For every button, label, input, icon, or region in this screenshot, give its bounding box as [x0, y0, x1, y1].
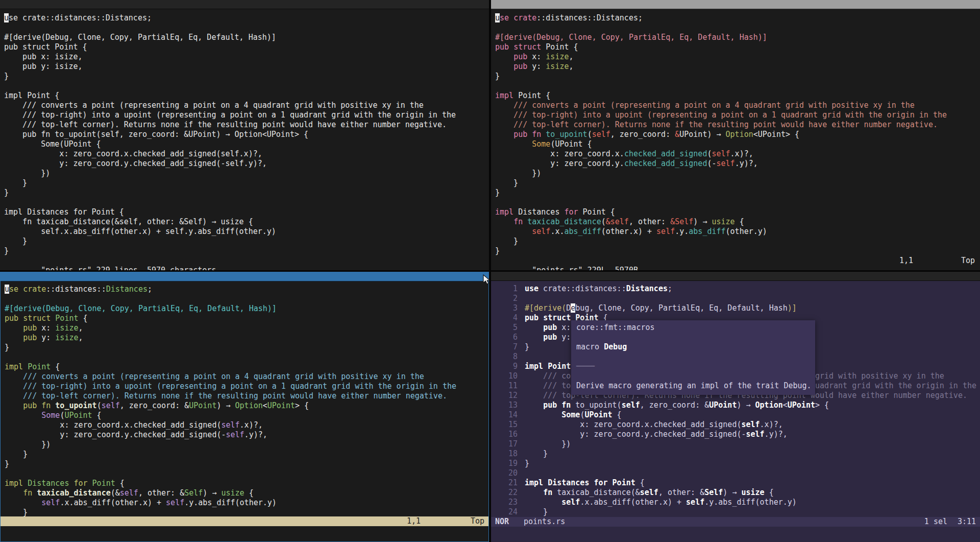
code-line: self.x.abs_diff(other.x) + self.y.abs_di… — [495, 227, 980, 237]
helix-code-area[interactable]: 1use crate::distances::Distances;2 3#[de… — [495, 284, 980, 517]
code-token: usize — [221, 488, 244, 498]
line-number: 3 — [495, 303, 518, 313]
code-line: #[derive(Debug, Clone, Copy, PartialEq, … — [4, 33, 489, 42]
code-line: 19} — [495, 459, 980, 468]
code-token: ; — [668, 284, 672, 293]
vi-file-message: "points.rs" 229 lines, 5970 characters — [41, 266, 216, 270]
code-token: impl — [5, 479, 23, 488]
code-token: pub — [525, 313, 538, 322]
code-token: x: — [527, 52, 546, 61]
pane-helix-terminal[interactable]: 1use crate::distances::Distances;2 3#[de… — [491, 281, 980, 542]
line-number: 18 — [495, 449, 518, 459]
code-token: self — [226, 430, 244, 439]
pane-nvim-terminal[interactable]: use crate::distances::Distances; #[deriv… — [1, 281, 488, 541]
line-number: 16 — [495, 430, 518, 439]
code-token: #[derive(Debug, Clone, Copy, PartialEq, … — [4, 33, 276, 42]
code-token: ( — [587, 130, 592, 139]
code-token: UPoint — [788, 400, 815, 410]
pane-nvim-titlebar[interactable]: ~/dev/advent_of_code_2023/aoc_libs/src> … — [1, 272, 488, 281]
code-token: pub — [23, 333, 37, 342]
code-token: macro — [576, 342, 604, 351]
code-token: self — [712, 149, 730, 158]
code-token: Some — [41, 411, 60, 420]
code-token: ) → — [216, 401, 235, 410]
cursor-block: u — [495, 13, 500, 22]
code-token: use — [525, 284, 538, 293]
code-line — [495, 81, 980, 91]
code-line — [4, 81, 489, 91]
code-token — [525, 488, 543, 497]
code-line: Derive macro generating an impl of the t… — [576, 381, 815, 391]
code-token: for — [74, 479, 87, 488]
pane-vim-titlebar[interactable]: ~/dev/advent_of_code_2023/aoc_libs/src> … — [491, 0, 980, 9]
pane-vi[interactable]: ~/dev/advent_of_code_2023/aoc_libs/src> … — [0, 0, 489, 270]
code-token: /// top-left corner). Returns none if th… — [495, 120, 938, 129]
pane-vim-terminal[interactable]: use crate::distances::Distances; #[deriv… — [491, 9, 980, 270]
code-token: impl Point { — [4, 91, 59, 100]
code-token: self — [686, 498, 704, 507]
code-token: self — [102, 401, 120, 410]
code-token: isize — [55, 323, 78, 333]
vim-code-area[interactable]: use crate::distances::Distances; #[deriv… — [495, 13, 980, 256]
code-token — [495, 139, 532, 149]
code-token: .x)?, — [730, 149, 753, 158]
code-token: fn — [561, 400, 571, 410]
code-token: for — [564, 207, 578, 217]
code-token: , — [569, 62, 574, 71]
code-token: , other: & — [658, 488, 704, 497]
code-token: } — [525, 507, 548, 516]
pane-vi-terminal[interactable]: use crate::distances::Distances; #[deriv… — [0, 9, 489, 270]
code-token: pub — [543, 323, 557, 332]
line-number: 14 — [495, 410, 518, 420]
code-line — [576, 352, 815, 362]
code-token — [23, 479, 28, 488]
code-token: }) — [4, 169, 50, 178]
code-token: usize — [712, 217, 734, 226]
code-token: impl — [5, 362, 23, 371]
code-token: }) — [495, 169, 541, 178]
code-token — [4, 198, 9, 207]
code-token: { — [635, 478, 645, 487]
pane-helix-titlebar[interactable]: ~/dev/advent_of_code_2023/aoc_libs/src> … — [491, 272, 980, 281]
code-line: 3#[derive(Debug, Clone, Copy, PartialEq,… — [495, 303, 980, 313]
code-token: isize — [546, 62, 569, 71]
code-token: pub — [513, 52, 527, 61]
code-token: pub x: isize, — [4, 52, 83, 61]
code-token: abs_diff — [689, 227, 725, 236]
code-token: UPoint — [64, 411, 92, 420]
pane-vi-titlebar[interactable]: ~/dev/advent_of_code_2023/aoc_libs/src> … — [0, 0, 489, 9]
code-line: }) — [4, 169, 489, 178]
code-token: y: zero_coord.y. — [495, 159, 624, 168]
cursor-block: e — [571, 303, 575, 313]
line-number: 9 — [495, 362, 518, 371]
helix-statusline-filename: points.rs — [524, 517, 565, 527]
code-token: } — [4, 188, 9, 197]
code-token: x: zero_coord.x.checked_add_signed( — [525, 420, 741, 429]
vim-file-message: "points.rs" 229L, 5970B — [532, 266, 638, 270]
code-line — [576, 333, 815, 342]
code-token — [525, 410, 561, 419]
code-token: < — [263, 401, 267, 410]
code-token: Point — [28, 362, 51, 371]
pane-nvim[interactable]: ~/dev/advent_of_code_2023/aoc_libs/src> … — [0, 272, 489, 542]
pane-vim[interactable]: ~/dev/advent_of_code_2023/aoc_libs/src> … — [491, 0, 980, 270]
code-token: (UPoint { — [550, 139, 592, 149]
code-token: (other.x) + — [601, 227, 656, 236]
code-token: se — [9, 285, 18, 294]
line-number: 7 — [495, 342, 518, 352]
code-token — [495, 81, 500, 90]
vi-code-area[interactable]: use crate::distances::Distances; #[deriv… — [4, 13, 489, 256]
nvim-code-area[interactable]: use crate::distances::Distances; #[deriv… — [5, 285, 488, 517]
code-line: 18 } — [495, 449, 980, 459]
code-token: } — [495, 188, 500, 197]
code-token: UPoint — [189, 401, 216, 410]
code-token: self — [746, 430, 764, 439]
code-token: usize — [741, 488, 764, 497]
code-line: } — [4, 246, 489, 256]
code-line: y: zero_coord.y.checked_add_signed(-self… — [4, 159, 489, 169]
code-token: crate::distances:: — [538, 284, 626, 293]
pane-helix[interactable]: ~/dev/advent_of_code_2023/aoc_libs/src> … — [491, 272, 980, 542]
code-token: Distances — [106, 285, 148, 294]
code-line: 1use crate::distances::Distances; — [495, 284, 980, 294]
code-token — [5, 323, 23, 333]
